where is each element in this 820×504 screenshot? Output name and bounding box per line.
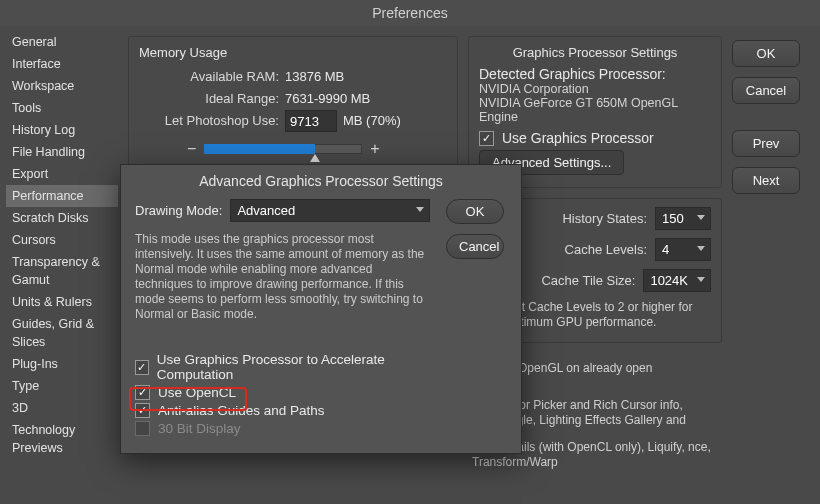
sidebar-item-technology-previews[interactable]: Technology Previews — [6, 419, 118, 459]
memory-usage-panel: Memory Usage Available RAM: 13876 MB Ide… — [128, 36, 458, 171]
prefs-sidebar: GeneralInterfaceWorkspaceToolsHistory Lo… — [0, 26, 120, 504]
use-graphics-processor-label: Use Graphics Processor — [502, 130, 654, 146]
sidebar-item-history-log[interactable]: History Log — [6, 119, 118, 141]
sidebar-item-plug-ins[interactable]: Plug-Ins — [6, 353, 118, 375]
anti-alias-guides-label: Anti-alias Guides and Paths — [158, 403, 325, 418]
cancel-button[interactable]: Cancel — [732, 77, 800, 104]
advanced-gp-settings-dialog: Advanced Graphics Processor Settings Dra… — [120, 164, 522, 454]
sidebar-item-tools[interactable]: Tools — [6, 97, 118, 119]
sidebar-item-transparency-gamut[interactable]: Transparency & Gamut — [6, 251, 118, 291]
cache-levels-select[interactable]: 4 — [655, 238, 711, 261]
memory-minus-button[interactable]: − — [187, 140, 196, 158]
next-button[interactable]: Next — [732, 167, 800, 194]
cache-tile-size-label: Cache Tile Size: — [541, 273, 635, 288]
sidebar-item-export[interactable]: Export — [6, 163, 118, 185]
sidebar-item-general[interactable]: General — [6, 31, 118, 53]
memory-slider[interactable] — [204, 144, 362, 154]
advanced-dialog-title: Advanced Graphics Processor Settings — [121, 165, 521, 195]
ok-button[interactable]: OK — [732, 40, 800, 67]
use-graphics-processor-checkbox[interactable] — [479, 131, 494, 146]
use-opencl-checkbox[interactable] — [135, 385, 150, 400]
modal-cancel-button[interactable]: Cancel — [446, 234, 504, 259]
sidebar-item-3d[interactable]: 3D — [6, 397, 118, 419]
drawing-mode-select[interactable]: Advanced — [230, 199, 430, 222]
30bit-display-checkbox — [135, 421, 150, 436]
cache-info-text: Set Cache Levels to 2 or higher for opti… — [507, 300, 711, 330]
sidebar-item-cursors[interactable]: Cursors — [6, 229, 118, 251]
cache-tile-size-select[interactable]: 1024K — [643, 269, 711, 292]
sidebar-item-interface[interactable]: Interface — [6, 53, 118, 75]
sidebar-item-performance[interactable]: Performance — [6, 185, 118, 207]
gpu-vendor: NVIDIA Corporation — [479, 82, 711, 96]
photoshop-use-label: Let Photoshop Use: — [139, 110, 279, 132]
prev-button[interactable]: Prev — [732, 130, 800, 157]
photoshop-memory-input[interactable] — [285, 110, 337, 132]
drawing-mode-description: This mode uses the graphics processor mo… — [135, 232, 433, 322]
modal-ok-button[interactable]: OK — [446, 199, 504, 224]
sidebar-item-file-handling[interactable]: File Handling — [6, 141, 118, 163]
sidebar-item-scratch-disks[interactable]: Scratch Disks — [6, 207, 118, 229]
anti-alias-guides-checkbox[interactable] — [135, 403, 150, 418]
ideal-range-value: 7631-9990 MB — [285, 88, 370, 110]
window-title: Preferences — [0, 0, 820, 26]
sidebar-item-workspace[interactable]: Workspace — [6, 75, 118, 97]
available-ram-value: 13876 MB — [285, 66, 344, 88]
30bit-display-label: 30 Bit Display — [158, 421, 241, 436]
photoshop-memory-suffix: MB (70%) — [343, 110, 401, 132]
sidebar-item-units-rulers[interactable]: Units & Rulers — [6, 291, 118, 313]
cache-levels-label: Cache Levels: — [565, 242, 647, 257]
available-ram-label: Available RAM: — [139, 66, 279, 88]
sidebar-item-guides-grid-slices[interactable]: Guides, Grid & Slices — [6, 313, 118, 353]
history-states-select[interactable]: 150 — [655, 207, 711, 230]
drawing-mode-label: Drawing Mode: — [135, 203, 222, 218]
graphics-processor-title: Graphics Processor Settings — [479, 45, 711, 60]
accelerate-computation-label: Use Graphics Processor to Accelerate Com… — [157, 352, 433, 382]
history-states-label: History States: — [562, 211, 647, 226]
use-opencl-label: Use OpenCL — [158, 385, 236, 400]
gpu-device: NVIDIA GeForce GT 650M OpenGL Engine — [479, 96, 711, 124]
memory-plus-button[interactable]: + — [370, 140, 379, 158]
ideal-range-label: Ideal Range: — [139, 88, 279, 110]
memory-usage-title: Memory Usage — [139, 45, 447, 60]
sidebar-item-type[interactable]: Type — [6, 375, 118, 397]
detected-gpu-label: Detected Graphics Processor: — [479, 66, 711, 82]
accelerate-computation-checkbox[interactable] — [135, 360, 149, 375]
